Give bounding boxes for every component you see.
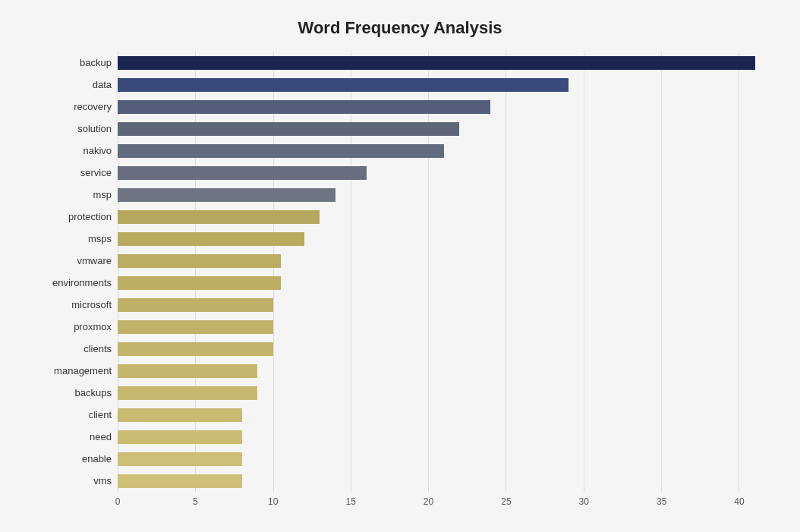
bar xyxy=(118,56,755,70)
grid-line xyxy=(273,52,274,492)
grid-line xyxy=(661,52,662,492)
bar xyxy=(118,276,281,290)
bar xyxy=(118,320,273,334)
bar xyxy=(118,342,273,356)
x-tick: 35 xyxy=(657,496,666,507)
x-tick: 0 xyxy=(115,496,121,507)
bar-row xyxy=(118,165,770,181)
grid-lines xyxy=(118,52,770,492)
grid-line xyxy=(739,52,739,492)
grid-line xyxy=(428,52,429,492)
y-label: solution xyxy=(30,119,112,138)
y-label: msp xyxy=(30,185,112,204)
bar-row xyxy=(118,209,770,225)
bar-row xyxy=(118,143,770,159)
bar xyxy=(118,408,242,422)
bar-row xyxy=(118,319,770,335)
bar xyxy=(118,232,304,246)
y-label: enable xyxy=(30,449,112,468)
x-tick: 15 xyxy=(345,496,355,507)
bar-row xyxy=(118,231,770,247)
y-label: backups xyxy=(30,383,112,402)
x-tick: 25 xyxy=(501,496,511,507)
y-label: vmware xyxy=(30,251,112,270)
grid-line xyxy=(195,52,196,492)
bar-row xyxy=(118,187,770,203)
bar-row xyxy=(118,473,770,490)
y-label: protection xyxy=(30,207,112,226)
bar xyxy=(118,100,490,114)
bar xyxy=(118,166,367,180)
y-label: environments xyxy=(30,273,112,292)
y-label: microsoft xyxy=(30,295,112,314)
bar-row xyxy=(118,297,770,313)
bar xyxy=(118,386,257,400)
bar xyxy=(118,298,273,312)
grid-line xyxy=(584,52,584,492)
bar xyxy=(118,78,569,92)
bars-area xyxy=(118,52,770,492)
bar-row xyxy=(118,451,770,467)
x-tick: 30 xyxy=(579,496,589,507)
bar-row xyxy=(118,121,770,137)
bar xyxy=(118,430,242,444)
y-label: msps xyxy=(30,229,112,248)
bar xyxy=(118,364,257,378)
y-label: client xyxy=(30,405,112,424)
x-tick: 20 xyxy=(424,496,433,507)
bar-row xyxy=(118,385,770,401)
bar-row xyxy=(118,253,770,269)
y-label: backup xyxy=(30,53,112,72)
bar-row xyxy=(118,429,770,445)
bar-row xyxy=(118,275,770,291)
y-label: need xyxy=(30,427,112,446)
bar xyxy=(118,122,459,136)
grid-line xyxy=(506,52,506,492)
y-label: nakivo xyxy=(30,141,112,160)
x-tick: 10 xyxy=(268,496,278,507)
bar xyxy=(118,254,281,268)
chart-area: backupdatarecoverysolutionnakivoservicem… xyxy=(30,52,770,492)
chart-container: Word Frequency Analysis backupdatarecove… xyxy=(0,0,800,532)
grid-line xyxy=(351,52,351,492)
bar xyxy=(118,144,444,158)
x-axis: 0510152025303540 xyxy=(118,496,770,512)
y-label: management xyxy=(30,361,112,380)
y-label: vms xyxy=(30,471,112,490)
bar xyxy=(118,452,242,466)
bar xyxy=(118,210,320,224)
bar xyxy=(118,474,242,488)
bar-row xyxy=(118,363,770,379)
bar-row xyxy=(118,77,770,93)
bar-row xyxy=(118,55,770,71)
y-labels: backupdatarecoverysolutionnakivoservicem… xyxy=(30,52,118,492)
x-tick: 40 xyxy=(734,496,744,507)
x-tick: 5 xyxy=(193,496,198,507)
bar xyxy=(118,188,335,202)
bar-row xyxy=(118,407,770,423)
bar-row xyxy=(118,99,770,115)
y-label: service xyxy=(30,163,112,182)
chart-title: Word Frequency Analysis xyxy=(30,15,770,38)
y-label: recovery xyxy=(30,97,112,116)
y-label: data xyxy=(30,75,112,94)
grid-line xyxy=(118,52,118,492)
y-label: proxmox xyxy=(30,317,112,336)
y-label: clients xyxy=(30,339,112,358)
bar-row xyxy=(118,341,770,357)
